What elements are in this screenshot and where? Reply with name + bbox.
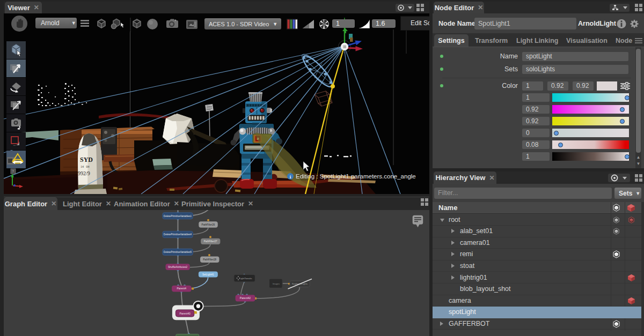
svg-text:DeletePrimitiveVariables1: DeletePrimitiveVariables1 bbox=[164, 215, 192, 218]
svg-text:PathFilter27: PathFilter27 bbox=[204, 240, 217, 243]
svg-text:Parent40: Parent40 bbox=[179, 312, 191, 315]
svg-text:DeletePrimitiveVariables4: DeletePrimitiveVariables4 bbox=[164, 233, 192, 236]
svg-text:Parent42: Parent42 bbox=[240, 296, 251, 300]
svg-text:Parent4: Parent4 bbox=[177, 287, 186, 290]
svg-text:Editing : SpotLight1.parameter: Editing : SpotLight1.parameters.cone_ang… bbox=[296, 173, 416, 180]
svg-text:LightTweaks: LightTweaks bbox=[239, 277, 252, 280]
svg-text:992/9: 992/9 bbox=[78, 170, 90, 176]
svg-text:PathFilter26: PathFilter26 bbox=[202, 223, 215, 226]
svg-text:SYD: SYD bbox=[80, 156, 93, 163]
svg-text:Images: Images bbox=[273, 282, 280, 285]
svg-text:DeletePrimitiveVariables5: DeletePrimitiveVariables5 bbox=[164, 251, 192, 253]
svg-text:PathFilter28: PathFilter28 bbox=[203, 258, 216, 261]
svg-text:?: ? bbox=[12, 169, 14, 173]
svg-text:SetLight41: SetLight41 bbox=[202, 273, 214, 276]
svg-text:ShuffleAttributes2: ShuffleAttributes2 bbox=[168, 266, 188, 268]
svg-text:14 04: 14 04 bbox=[80, 165, 90, 168]
